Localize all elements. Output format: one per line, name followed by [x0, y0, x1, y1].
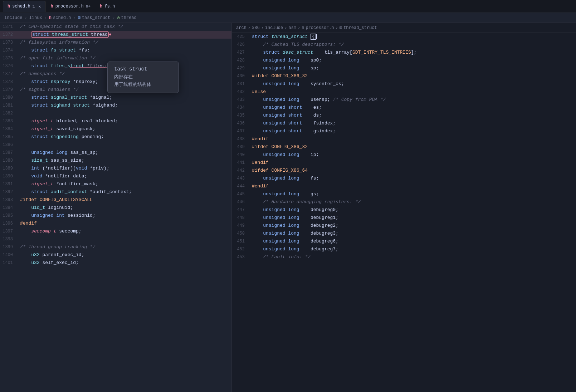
- left-pane: 1371 /* CPU-specific state of this task …: [0, 23, 232, 392]
- bc-lang-icon: h: [49, 15, 52, 20]
- table-row: 1382: [0, 109, 231, 117]
- table-row: 427 struct desc_struct tls_array[GDT_ENT…: [232, 49, 576, 57]
- table-row: 1375 /* open file information */: [0, 54, 231, 62]
- table-row: 453 /* Fault info: */: [232, 253, 576, 261]
- table-row: 1371 /* CPU-specific state of this task …: [0, 23, 231, 31]
- table-row: 1383 sigset_t blocked, real_blocked;: [0, 117, 231, 125]
- tooltip-desc: 内部存在 用于线程的结构体: [114, 73, 172, 88]
- table-row: 429 unsigned long sp;: [232, 64, 576, 72]
- bc-sched: sched.h: [53, 15, 71, 20]
- table-row: 452 unsigned long debugreg7;: [232, 245, 576, 253]
- table-row: 1388 size_t sas_ss_size;: [0, 157, 231, 165]
- table-row: 1394 uid_t loginuid;: [0, 204, 231, 212]
- left-breadcrumb: include › linux › h sched.h › ⊞ task_str…: [0, 13, 576, 23]
- rbc-asm: asm: [288, 25, 296, 30]
- table-row: 442 #ifdef CONFIG_X86_64: [232, 167, 576, 175]
- table-row: 1397 seccomp_t seccomp;: [0, 227, 231, 235]
- tab-fs-h[interactable]: h fs.h: [96, 1, 119, 12]
- rbc-processor: processor.h: [306, 25, 334, 30]
- table-row: 443 unsigned long fs;: [232, 175, 576, 182]
- table-row: 437 unsigned short gsindex;: [232, 127, 576, 135]
- table-row: 434 unsigned short es;: [232, 104, 576, 112]
- table-row: 439 #ifdef CONFIG_X86_32: [232, 143, 576, 151]
- tab-badge2: 9+: [86, 4, 91, 9]
- table-row: 435 unsigned short ds;: [232, 112, 576, 119]
- table-row: 1372 struct thread_struct thread●: [0, 31, 231, 39]
- table-row: 451 unsigned long debugreg6;: [232, 237, 576, 245]
- tab-lang-icon2: h: [50, 4, 53, 9]
- table-row: 428 unsigned long sp0;: [232, 57, 576, 64]
- cursor: [316, 34, 317, 39]
- table-row: 1393 #ifdef CONFIG_AUDITSYSCALL: [0, 196, 231, 204]
- table-row: 1387 unsigned long sas_ss_sp;: [0, 149, 231, 157]
- table-row: 1374 struct fs_struct *fs;: [0, 46, 231, 54]
- table-row: 1396 #endif: [0, 220, 231, 227]
- table-row: 1390 void *notifier_data;: [0, 172, 231, 180]
- table-row: 433 unsigned long usersp; /* Copy from P…: [232, 96, 576, 104]
- bc-thread-icon: ◎: [117, 15, 119, 20]
- rbc-struct-icon: ⊞: [340, 25, 342, 30]
- bc-task-struct: task_struct: [82, 15, 110, 20]
- tab-sched-h[interactable]: h sched.h 1 ✕: [3, 1, 45, 12]
- tab-processor-h[interactable]: h processor.h 9+: [46, 1, 95, 12]
- table-row: 444 #endif: [232, 182, 576, 190]
- table-row: 1399 /* Thread group tracking */: [0, 243, 231, 251]
- rbc-include: include: [265, 25, 283, 30]
- tab-bar: h sched.h 1 ✕ h processor.h 9+ h fs.h: [0, 0, 576, 13]
- table-row: 1395 unsigned int sessionid;: [0, 212, 231, 220]
- right-pane: arch › x86 › include › asm › h processor…: [232, 23, 576, 392]
- bc-linux: linux: [29, 15, 42, 20]
- table-row: 1389 int (*notifier)(void *priv);: [0, 165, 231, 172]
- table-row: 1391 sigset_t *notifier_mask;: [0, 180, 231, 188]
- table-row: 1392 struct audit_context *audit_context…: [0, 188, 231, 196]
- table-row: 426 /* Cached TLS descriptors: */: [232, 41, 576, 49]
- table-row: 446 /* Hardware debugging registers: */: [232, 198, 576, 206]
- table-row: 438 #endif: [232, 135, 576, 143]
- rbc-lang-icon: h: [302, 25, 304, 30]
- table-row: 1386: [0, 141, 231, 149]
- table-row: 447 unsigned long debugreg0;: [232, 206, 576, 214]
- table-row: 1381 struct sighand_struct *sighand;: [0, 102, 231, 109]
- tab-lang-icon: h: [8, 4, 10, 9]
- table-row: 448 unsigned long debugreg1;: [232, 214, 576, 222]
- table-row: 431 unsigned long sysenter_cs;: [232, 80, 576, 88]
- tab-lang-icon3: h: [100, 4, 102, 9]
- table-row: 440 unsigned long ip;: [232, 151, 576, 159]
- bc-thread: thread: [121, 15, 137, 20]
- table-row: 445 unsigned long gs;: [232, 190, 576, 198]
- bc-include: include: [4, 15, 22, 20]
- table-row: 1401 u32 self_exec_id;: [0, 259, 231, 267]
- rbc-arch: arch: [236, 25, 246, 30]
- table-row: 425 struct thread_struct {: [232, 33, 576, 41]
- table-row: 1385 struct sigpending pending;: [0, 133, 231, 141]
- right-breadcrumb: arch › x86 › include › asm › h processor…: [232, 23, 576, 33]
- tooltip-popup: task_struct 内部存在 用于线程的结构体: [107, 62, 179, 93]
- tab-close-button[interactable]: ✕: [38, 4, 41, 9]
- bc-struct-icon: ⊞: [78, 15, 80, 20]
- editor-container: 1371 /* CPU-specific state of this task …: [0, 23, 576, 392]
- table-row: 449 unsigned long debugreg2;: [232, 222, 576, 230]
- table-row: 1384 sigset_t saved_sigmask;: [0, 125, 231, 133]
- tab-file-name3: fs.h: [104, 4, 115, 9]
- tab-file-name2: processor.h: [55, 4, 84, 9]
- table-row: 450 unsigned long debugreg3;: [232, 230, 576, 237]
- table-row: 436 unsigned short fsindex;: [232, 119, 576, 127]
- table-row: 1400 u32 parent_exec_id;: [0, 251, 231, 259]
- rbc-x86: x86: [252, 25, 260, 30]
- tab-badge: 1: [33, 4, 35, 9]
- table-row: 1398: [0, 235, 231, 243]
- tooltip-title: task_struct: [114, 66, 172, 72]
- table-row: 1380 struct signal_struct *signal;: [0, 94, 231, 102]
- tab-file-name: sched.h: [12, 4, 30, 9]
- left-code-area: 1371 /* CPU-specific state of this task …: [0, 23, 231, 267]
- table-row: 1373 /* filesystem information */: [0, 39, 231, 46]
- right-code-area: 425 struct thread_struct { 426 /* Cached…: [232, 33, 576, 261]
- table-row: 430 #ifdef CONFIG_X86_32: [232, 72, 576, 80]
- table-row: 441 #endif: [232, 159, 576, 167]
- rbc-thread-struct: thread_struct: [343, 25, 377, 30]
- table-row: 432 #else: [232, 88, 576, 96]
